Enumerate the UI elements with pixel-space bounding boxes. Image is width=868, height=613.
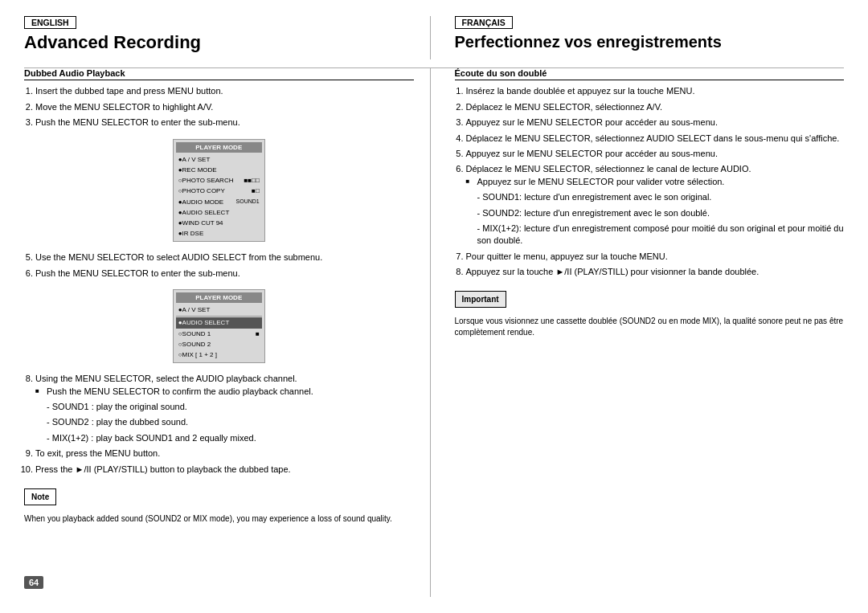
- step-list-left: Insert the dubbed tape and press MENU bu…: [24, 85, 414, 476]
- col-right: Écoute du son doublé Insérez la bande do…: [431, 68, 845, 597]
- step-right-5: Appuyez sur le MENU SELECTOR pour accéde…: [466, 148, 845, 160]
- step-left-8: Press the ►/II (PLAY/STILL) button to pl…: [35, 464, 414, 476]
- step6-bullets-right: Appuyez sur le MENU SELECTOR pour valide…: [466, 176, 845, 188]
- header-left: ENGLISH Advanced Recording: [24, 16, 431, 59]
- step-list-right: Insérez la bande doublée et appuyez sur …: [455, 85, 845, 278]
- note-text: When you playback added sound (SOUND2 or…: [24, 513, 414, 525]
- menu-title-2: PLAYER MODE: [176, 292, 262, 303]
- header-row: ENGLISH Advanced Recording FRANÇAIS Perf…: [24, 16, 844, 59]
- step-left-4: Use the MENU SELECTOR to select AUDIO SE…: [35, 251, 414, 264]
- menu-divider: [176, 316, 262, 317]
- page: ENGLISH Advanced Recording FRANÇAIS Perf…: [0, 0, 868, 613]
- subsection-left: Dubbed Audio Playback: [24, 68, 414, 80]
- menu-item-audio-mode: ●AUDIO MODESOUND1: [176, 197, 262, 207]
- page-number: 64: [24, 576, 43, 589]
- subsection-right: Écoute du son doublé: [455, 68, 845, 80]
- menu-screen-2: PLAYER MODE ●A / V SET ●AUDIO SELECT ○SO…: [173, 289, 265, 363]
- menu-item2-sound1: ○SOUND 1■: [176, 329, 262, 339]
- step6-sub-right-3: MIX(1+2): lecture d'un enregistrement co…: [477, 223, 845, 247]
- step6-sub: SOUND1 : play the original sound. SOUND2…: [35, 401, 414, 444]
- step6-bullets: Push the MENU SELECTOR to confirm the au…: [35, 386, 414, 398]
- step-right-2: Déplacez le MENU SELECTOR, sélectionnez …: [466, 101, 845, 113]
- menu-item-wind-cut: ●WIND CUT 94: [176, 218, 262, 228]
- menu-item2-mix: ○MIX [ 1 + 2 ]: [176, 349, 262, 360]
- step-left-2: Move the MENU SELECTOR to highlight A/V.: [35, 101, 414, 113]
- step6-sub-3: MIX(1+2) : play back SOUND1 and 2 equall…: [47, 432, 414, 444]
- section-title-right: Perfectionnez vos enregistrements: [455, 32, 845, 51]
- menu-item-photo-search: ○PHOTO SEARCH■■□□: [176, 175, 262, 186]
- step-left-5: Push the MENU SELECTOR to enter the sub-…: [35, 268, 414, 280]
- step-left-1: Insert the dubbed tape and press MENU bu…: [35, 85, 414, 97]
- lang-badge-english: ENGLISH: [24, 16, 76, 29]
- step6-sub-1: SOUND1 : play the original sound.: [47, 401, 414, 413]
- menu-item2-audio-select: ●AUDIO SELECT: [176, 317, 262, 328]
- col-left: Dubbed Audio Playback Insert the dubbed …: [24, 68, 431, 597]
- step6-bullet-right: Appuyez sur le MENU SELECTOR pour valide…: [466, 176, 845, 188]
- step-right-4: Déplacez le MENU SELECTOR, sélectionnez …: [466, 133, 845, 145]
- step-right-3: Appuyez sur le MENU SELECTOR pour accéde…: [466, 116, 845, 129]
- step-right-6: Déplacez le MENU SELECTOR, sélectionnez …: [466, 163, 845, 247]
- step-left-6: Using the MENU SELECTOR, select the AUDI…: [35, 373, 414, 444]
- menu-screens-row: PLAYER MODE ●A / V SET ●REC MODE ○PHOTO …: [24, 134, 414, 247]
- step-left-7: To exit, press the MENU button.: [35, 447, 414, 460]
- menu-item-audio-select: ●AUDIO SELECT: [176, 207, 262, 218]
- step6-sub-right-1: SOUND1: lecture d'un enregistrement avec…: [477, 191, 845, 203]
- menu-screen-2-container: PLAYER MODE ●A / V SET ●AUDIO SELECT ○SO…: [24, 284, 414, 368]
- important-section: Important Lorsque vous visionnez une cas…: [455, 284, 845, 338]
- note-label: Note: [24, 488, 56, 505]
- menu-screen-1: PLAYER MODE ●A / V SET ●REC MODE ○PHOTO …: [173, 139, 265, 243]
- menu-item-photo-copy: ○PHOTO COPY■□: [176, 186, 262, 196]
- step6-bullet: Push the MENU SELECTOR to confirm the au…: [35, 386, 414, 398]
- step-right-8: Appuyez sur la touche ►/II (PLAY/STILL) …: [466, 266, 845, 278]
- header-right: FRANÇAIS Perfectionnez vos enregistremen…: [431, 16, 845, 59]
- step6-sub-right-2: SOUND2: lecture d'un enregistrement avec…: [477, 207, 845, 219]
- step6-sub-right: SOUND1: lecture d'un enregistrement avec…: [466, 191, 845, 247]
- menu-item-ir-dse: ●IR DSE: [176, 228, 262, 239]
- section-title-left: Advanced Recording: [24, 32, 414, 53]
- menu-screens-row-2: PLAYER MODE ●A / V SET ●AUDIO SELECT ○SO…: [24, 284, 414, 368]
- main-columns: Dubbed Audio Playback Insert the dubbed …: [24, 68, 844, 597]
- menu-title-1: PLAYER MODE: [176, 142, 262, 153]
- step6-sub-2: SOUND2 : play the dubbed sound.: [47, 416, 414, 428]
- step-right-1: Insérez la bande doublée et appuyez sur …: [466, 85, 845, 97]
- important-label: Important: [455, 291, 506, 308]
- lang-badge-french: FRANÇAIS: [455, 16, 513, 29]
- menu-item-rec-mode: ●REC MODE: [176, 165, 262, 175]
- menu-item2-av-set: ●A / V SET: [176, 304, 262, 315]
- important-text: Lorsque vous visionnez une cassette doub…: [455, 316, 845, 338]
- menu-screen-1-container: PLAYER MODE ●A / V SET ●REC MODE ○PHOTO …: [24, 134, 414, 247]
- step-right-7: Pour quitter le menu, appuyez sur la tou…: [466, 251, 845, 263]
- menu-item2-sound2: ○SOUND 2: [176, 339, 262, 349]
- menu-item-av-set: ●A / V SET: [176, 154, 262, 165]
- note-section: Note When you playback added sound (SOUN…: [24, 482, 414, 525]
- step-left-3: Push the MENU SELECTOR to enter the sub-…: [35, 116, 414, 129]
